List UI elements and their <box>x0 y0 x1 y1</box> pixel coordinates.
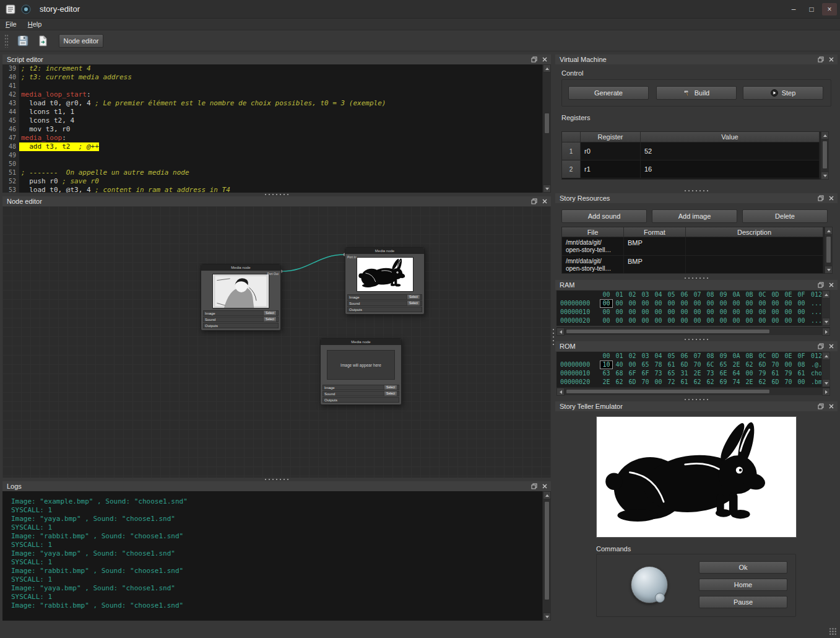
hex-byte[interactable]: 78 <box>652 361 665 369</box>
column-splitter[interactable] <box>551 55 555 621</box>
scroll-up-arrow[interactable] <box>821 131 829 139</box>
scroll-right-arrow[interactable] <box>822 388 830 396</box>
log-console[interactable]: Image: "example.bmp" , Sound: "choose1.s… <box>2 491 542 621</box>
scroll-down-arrow[interactable] <box>822 379 830 387</box>
hex-byte[interactable]: 00 <box>600 308 613 317</box>
format-cell[interactable]: BMP <box>624 256 686 274</box>
hex-byte[interactable]: 40 <box>613 361 626 369</box>
hex-byte[interactable]: 00 <box>639 299 652 308</box>
hex-byte[interactable]: 00 <box>717 308 730 317</box>
hex-byte[interactable]: 62 <box>691 378 704 387</box>
hex-byte[interactable]: 00 <box>730 299 743 308</box>
add-image-button[interactable]: Add image <box>652 209 737 223</box>
hex-byte[interactable]: 62 <box>613 378 626 387</box>
hex-byte[interactable]: 00 <box>691 308 704 317</box>
build-button[interactable]: Build <box>656 86 737 100</box>
line-number[interactable]: 42 <box>2 90 19 99</box>
hex-byte[interactable]: 00 <box>782 361 795 369</box>
titlebar[interactable]: story-editor – □ × <box>0 0 840 19</box>
file-cell[interactable]: /mnt/data/git/ open-story-tell… <box>562 256 624 274</box>
toolbar-drag-handle[interactable] <box>4 34 9 48</box>
close-icon[interactable] <box>827 281 835 289</box>
media-node-2[interactable]: Media node Port In ImageSelectSoundSelec… <box>345 247 425 315</box>
hex-byte[interactable]: 00 <box>769 299 782 308</box>
hex-byte[interactable]: 79 <box>756 369 769 378</box>
hex-byte[interactable]: 00 <box>678 317 691 325</box>
hex-byte[interactable]: 00 <box>795 317 808 325</box>
register-column-header[interactable]: Register <box>581 132 641 142</box>
hex-byte[interactable]: 00 <box>626 317 639 325</box>
media-node-1[interactable]: Media node Port Out ImageSelectSoundSele… <box>201 264 281 331</box>
hex-byte[interactable]: 00 <box>626 361 639 369</box>
delete-button[interactable]: Delete <box>742 209 828 223</box>
rom-hscrollbar[interactable] <box>556 387 830 395</box>
hex-byte[interactable]: 70 <box>691 361 704 369</box>
hex-byte[interactable]: 00 <box>743 369 756 378</box>
line-number[interactable]: 41 <box>2 82 19 90</box>
hex-byte[interactable]: 00 <box>639 317 652 325</box>
resources-vscrollbar[interactable] <box>824 227 833 274</box>
hex-byte[interactable]: 00 <box>613 299 626 308</box>
hex-byte[interactable]: 61 <box>678 378 691 387</box>
hex-byte[interactable]: 6F <box>626 369 639 378</box>
hex-byte[interactable]: 00 <box>691 317 704 325</box>
line-number[interactable]: 46 <box>2 125 19 134</box>
hex-byte[interactable]: 63 <box>600 369 613 378</box>
description-cell[interactable] <box>686 256 823 274</box>
close-icon[interactable] <box>540 198 548 205</box>
hex-byte[interactable]: 00 <box>782 299 795 308</box>
node-select-button[interactable]: Select <box>384 391 397 396</box>
script-editor-vscrollbar[interactable] <box>542 64 551 193</box>
close-button[interactable]: × <box>822 3 837 15</box>
hex-byte[interactable]: 00 <box>704 317 717 325</box>
resource-row[interactable]: /mnt/data/git/ open-story-tell… BMP <box>562 256 823 274</box>
close-icon[interactable] <box>827 194 835 202</box>
media-node-3[interactable]: Media node Image will appear here ImageS… <box>320 338 402 405</box>
format-column-header[interactable]: Format <box>624 227 686 237</box>
scroll-thumb[interactable] <box>822 141 828 169</box>
hex-byte[interactable]: 00 <box>717 317 730 325</box>
hex-byte[interactable]: 73 <box>652 369 665 378</box>
file-column-header[interactable]: File <box>562 227 624 237</box>
line-number[interactable]: 47 <box>2 134 19 142</box>
node-connection[interactable] <box>281 255 345 271</box>
scroll-thumb[interactable] <box>544 113 550 134</box>
scroll-left-arrow[interactable] <box>556 328 565 336</box>
hex-byte[interactable]: 00 <box>626 308 639 317</box>
line-number[interactable]: 43 <box>2 99 19 108</box>
hex-byte[interactable]: 2E <box>730 361 743 369</box>
hex-byte[interactable]: 00 <box>730 308 743 317</box>
ok-button[interactable]: Ok <box>699 561 787 574</box>
hex-byte[interactable]: 74 <box>730 378 743 387</box>
hex-byte[interactable]: 6F <box>639 369 652 378</box>
close-icon[interactable] <box>827 343 835 350</box>
hex-byte[interactable]: 00 <box>626 299 639 308</box>
rom-vscrollbar[interactable] <box>821 352 830 387</box>
register-name-cell[interactable]: r0 <box>581 142 641 160</box>
hex-byte[interactable]: 62 <box>704 378 717 387</box>
add-sound-button[interactable]: Add sound <box>561 209 647 223</box>
scroll-up-arrow[interactable] <box>543 491 551 499</box>
scroll-down-arrow[interactable] <box>543 185 551 193</box>
node-canvas[interactable]: Media node Port Out ImageSelectSoundSele… <box>2 206 551 478</box>
hex-byte[interactable]: 2E <box>600 378 613 387</box>
close-icon[interactable] <box>540 56 548 63</box>
hex-byte[interactable]: 00 <box>743 317 756 325</box>
hex-byte[interactable]: 00 <box>600 299 613 308</box>
hex-byte[interactable]: 68 <box>613 369 626 378</box>
hex-byte[interactable]: 00 <box>769 317 782 325</box>
file-cell[interactable]: /mnt/data/git/ open-story-tell… <box>562 237 624 255</box>
hex-byte[interactable]: 00 <box>743 299 756 308</box>
menu-help[interactable]: Help <box>22 19 48 30</box>
line-number[interactable]: 40 <box>2 73 19 82</box>
register-row-r0[interactable]: 1 r0 52 <box>562 142 820 160</box>
scroll-down-arrow[interactable] <box>821 172 829 180</box>
hex-byte[interactable]: 62 <box>743 361 756 369</box>
pause-button[interactable]: Pause <box>699 596 787 608</box>
save-button[interactable] <box>15 33 31 49</box>
hex-byte[interactable]: 2E <box>691 369 704 378</box>
hex-byte[interactable]: 6D <box>769 378 782 387</box>
logs-vscrollbar[interactable] <box>542 491 551 621</box>
hex-byte[interactable]: 00 <box>678 299 691 308</box>
scroll-thumb[interactable] <box>566 329 770 334</box>
